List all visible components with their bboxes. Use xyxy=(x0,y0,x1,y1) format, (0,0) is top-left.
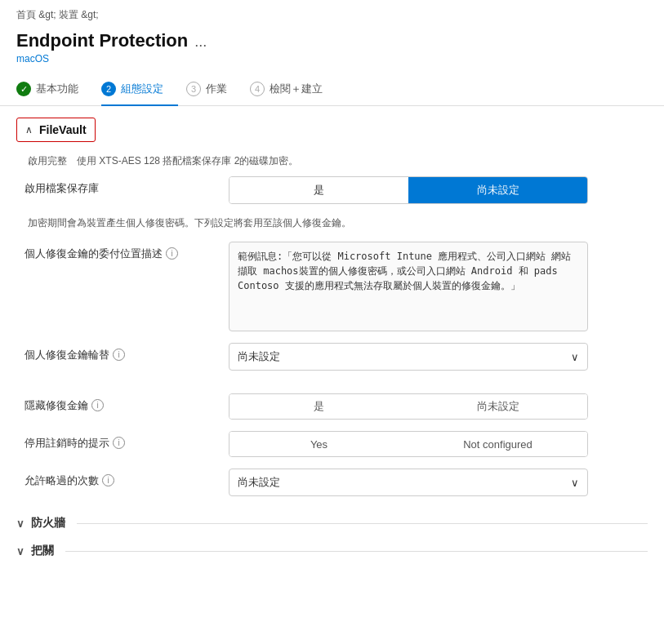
tab-badge: 2 xyxy=(101,82,116,96)
firewall-title: 防火牆 xyxy=(31,516,65,531)
logout-notconfigured-button[interactable]: Not configured xyxy=(408,432,587,456)
tab-circle-icon-2: 4 xyxy=(250,82,265,96)
tab-check-icon: ✓ xyxy=(16,82,31,96)
filevault-title: FileVault xyxy=(39,123,87,136)
enable-notset-button[interactable]: 尚未設定 xyxy=(408,177,587,203)
logout-yes-button[interactable]: Yes xyxy=(230,432,408,456)
escrow-info-icon[interactable]: i xyxy=(166,247,178,260)
chevron-up-icon: ∧ xyxy=(25,124,33,135)
rotation-info-icon[interactable]: i xyxy=(113,349,125,361)
tab-tasks[interactable]: 3 作業 xyxy=(186,73,242,106)
escrow-label: 個人修復金鑰的委付位置描述 i xyxy=(25,242,212,261)
enable-filevault-label: 啟用檔案保存庫 xyxy=(25,176,212,196)
gatekeeper-section-header[interactable]: ∨ 把關 xyxy=(16,535,648,563)
tab-circle-icon: 3 xyxy=(186,82,201,96)
logout-row: 停用註銷時的提示 i Yes Not configured xyxy=(25,431,648,457)
gatekeeper-title: 把關 xyxy=(31,544,54,558)
hide-toggle[interactable]: 是 尚未設定 xyxy=(229,393,588,420)
more-options-icon[interactable]: ... xyxy=(194,33,207,51)
logout-info-icon[interactable]: i xyxy=(113,437,125,449)
filevault-form: 啟用完整 使用 XTS-AES 128 搭配檔案保存庫 2的磁碟加密。 啟用檔案… xyxy=(16,153,648,496)
tabs-bar: ✓ 基本功能 2 組態設定 3 作業 4 檢閱＋建立 xyxy=(0,73,664,106)
attempts-row: 允許略過的次數 i 尚未設定 ∨ xyxy=(25,469,648,496)
escrow-textarea[interactable] xyxy=(229,242,588,331)
filevault-section-header[interactable]: ∧ FileVault xyxy=(16,118,96,142)
logout-toggle[interactable]: Yes Not configured xyxy=(229,431,588,457)
hide-label: 隱藏修復金鑰 i xyxy=(25,393,212,413)
content-area: ∧ FileVault 啟用完整 使用 XTS-AES 128 搭配檔案保存庫 … xyxy=(0,106,664,575)
logout-label: 停用註銷時的提示 i xyxy=(25,431,212,451)
enable-yes-button[interactable]: 是 xyxy=(230,177,408,203)
tab-review[interactable]: 4 檢閱＋建立 xyxy=(250,73,337,106)
page-title: Endpoint Protection xyxy=(16,30,188,51)
attempts-info-icon[interactable]: i xyxy=(102,474,114,486)
escrow-row: 個人修復金鑰的委付位置描述 i xyxy=(25,242,648,331)
breadcrumb: 首頁 &gt; 裝置 &gt; xyxy=(0,0,664,27)
recovery-description: 加密期間會為裝置產生個人修復密碼。下列設定將套用至該個人修復金鑰。 xyxy=(25,215,648,230)
page-header: Endpoint Protection macOS ... xyxy=(0,27,664,73)
attempts-label: 允許略過的次數 i xyxy=(25,469,212,488)
enable-filevault-row: 啟用檔案保存庫 是 尚未設定 xyxy=(25,176,648,204)
tab-config[interactable]: 2 組態設定 xyxy=(101,73,178,106)
enable-filevault-toggle[interactable]: 是 尚未設定 xyxy=(229,176,588,204)
enable-description: 啟用完整 使用 XTS-AES 128 搭配檔案保存庫 2的磁碟加密。 xyxy=(25,153,648,168)
page-subtitle: macOS xyxy=(16,53,188,64)
rotation-label: 個人修復金鑰輪替 i xyxy=(25,343,212,362)
rotation-chevron-icon: ∨ xyxy=(571,351,579,363)
hide-row: 隱藏修復金鑰 i 是 尚未設定 xyxy=(25,393,648,420)
rotation-dropdown[interactable]: 尚未設定 ∨ xyxy=(229,343,588,371)
firewall-section-header[interactable]: ∨ 防火牆 xyxy=(16,508,648,535)
hide-notset-button[interactable]: 尚未設定 xyxy=(408,394,587,419)
hide-yes-button[interactable]: 是 xyxy=(230,394,408,419)
attempts-dropdown[interactable]: 尚未設定 ∨ xyxy=(229,469,588,496)
rotation-row: 個人修復金鑰輪替 i 尚未設定 ∨ xyxy=(25,343,648,371)
hide-info-icon[interactable]: i xyxy=(91,399,104,411)
tab-basics[interactable]: ✓ 基本功能 xyxy=(16,73,93,106)
attempts-chevron-icon: ∨ xyxy=(571,477,579,489)
